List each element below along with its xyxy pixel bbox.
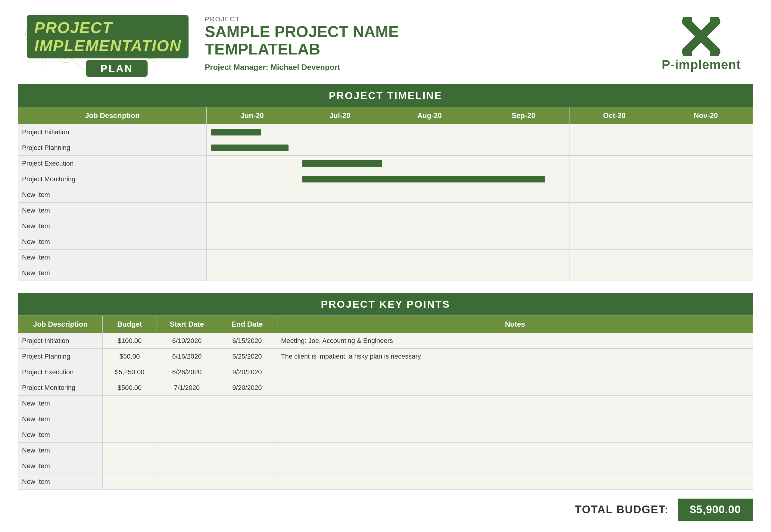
- gantt-cell: [382, 156, 477, 171]
- gantt-cell: [659, 265, 753, 281]
- gantt-cell: [570, 265, 659, 281]
- keypoints-row: Project Initiation$100.006/10/20206/15/2…: [18, 333, 753, 349]
- gantt-cell: [659, 124, 753, 140]
- gantt-cell: [477, 265, 570, 281]
- gantt-cell: [298, 265, 382, 281]
- kp-data-cell: [157, 396, 217, 411]
- gantt-cell: [659, 171, 753, 187]
- budget-value: $5,900.00: [678, 499, 753, 521]
- gantt-cell: [659, 218, 753, 234]
- gantt-cell: [477, 234, 570, 250]
- keypoints-row: New Item: [18, 411, 753, 427]
- keypoints-row: New Item: [18, 427, 753, 443]
- gantt-cell: [659, 203, 753, 218]
- kp-job-cell: Project Initiation: [18, 333, 103, 349]
- gantt-cell: [206, 203, 298, 218]
- kp-job-cell: New Item: [18, 443, 103, 458]
- logo-text-block: PROJECT IMPLEMENTATION PLAN: [27, 15, 188, 77]
- kp-data-cell: [157, 411, 217, 427]
- kp-data-cell: 6/15/2020: [217, 333, 277, 349]
- gantt-cell: [206, 265, 298, 281]
- kp-job-cell: Project Execution: [18, 364, 103, 380]
- page-header: PROJECT IMPLEMENTATION PLAN PROJECT: SAM…: [18, 12, 753, 75]
- gantt-cell: [477, 250, 570, 265]
- kp-data-cell: 6/16/2020: [157, 349, 217, 364]
- gantt-cell: [477, 218, 570, 234]
- gantt-cell: [382, 203, 477, 218]
- gantt-cell: [659, 156, 753, 171]
- timeline-job-cell: Project Monitoring: [18, 171, 207, 187]
- project-name-line1: SAMPLE PROJECT NAME: [205, 23, 650, 40]
- gantt-cell: [570, 156, 659, 171]
- project-name-line2: TEMPLATELAB: [205, 41, 650, 58]
- gantt-cell: [298, 124, 382, 140]
- project-info: PROJECT: SAMPLE PROJECT NAME TEMPLATELAB…: [187, 15, 650, 72]
- kp-notes-cell: The client is impatient, a risky plan is…: [277, 349, 753, 364]
- manager-name: Michael Devenport: [270, 63, 340, 72]
- kp-data-cell: [103, 474, 157, 490]
- kp-notes-cell: [277, 364, 753, 380]
- timeline-col-job-header: Job Description: [18, 107, 207, 124]
- kp-notes-cell: [277, 396, 753, 411]
- kp-data-cell: [217, 411, 277, 427]
- timeline-col-oct: Oct-20: [570, 107, 659, 124]
- kp-notes-cell: [277, 474, 753, 490]
- timeline-row: Project Execution: [18, 156, 753, 171]
- gantt-cell: [382, 265, 477, 281]
- kp-notes-cell: [277, 458, 753, 474]
- gantt-cell: [659, 234, 753, 250]
- gantt-cell: [298, 187, 382, 203]
- kp-job-cell: Project Monitoring: [18, 380, 103, 396]
- gantt-cell: [570, 187, 659, 203]
- gantt-cell: [570, 140, 659, 156]
- timeline-col-aug: Aug-20: [382, 107, 477, 124]
- kp-col-job-header: Job Description: [18, 316, 103, 333]
- keypoints-section: PROJECT KEY POINTS Job Description Budge…: [18, 293, 753, 490]
- gantt-cell: [570, 124, 659, 140]
- timeline-section: PROJECT TIMELINE Job Description Jun-20 …: [18, 84, 753, 281]
- kp-notes-cell: [277, 427, 753, 443]
- gantt-cell: [206, 140, 298, 156]
- svg-rect-18: [683, 17, 692, 23]
- gantt-cell: [570, 203, 659, 218]
- kp-data-cell: [217, 396, 277, 411]
- logo-section: PROJECT IMPLEMENTATION PLAN: [18, 12, 175, 75]
- logo-main-title: PROJECT IMPLEMENTATION: [27, 15, 188, 58]
- kp-data-cell: 7/1/2020: [157, 380, 217, 396]
- timeline-row: New Item: [18, 250, 753, 265]
- timeline-row: New Item: [18, 187, 753, 203]
- kp-data-cell: $5,250.00: [103, 364, 157, 380]
- kp-notes-cell: Meeting: Joe, Accounting & Engineers: [277, 333, 753, 349]
- timeline-row: Project Planning: [18, 140, 753, 156]
- kp-data-cell: [103, 443, 157, 458]
- timeline-section-header: PROJECT TIMELINE: [18, 84, 753, 107]
- gantt-cell: [206, 234, 298, 250]
- kp-data-cell: $500.00: [103, 380, 157, 396]
- kp-data-cell: [103, 396, 157, 411]
- keypoints-row: New Item: [18, 474, 753, 490]
- gantt-cell: [206, 250, 298, 265]
- gantt-cell: [659, 187, 753, 203]
- timeline-job-cell: New Item: [18, 234, 207, 250]
- keypoints-section-header: PROJECT KEY POINTS: [18, 293, 753, 316]
- kp-data-cell: [103, 427, 157, 443]
- svg-rect-21: [710, 49, 719, 56]
- gantt-cell: [206, 171, 298, 187]
- timeline-job-cell: New Item: [18, 250, 207, 265]
- timeline-col-sep: Sep-20: [477, 107, 570, 124]
- gantt-cell: [206, 124, 298, 140]
- kp-data-cell: [217, 458, 277, 474]
- logo-sub-title: PLAN: [86, 60, 148, 77]
- gantt-cell: [298, 218, 382, 234]
- kp-data-cell: [217, 443, 277, 458]
- gantt-cell: [659, 250, 753, 265]
- gantt-cell: [298, 250, 382, 265]
- kp-data-cell: 6/25/2020: [217, 349, 277, 364]
- kp-data-cell: [103, 411, 157, 427]
- kp-data-cell: [217, 474, 277, 490]
- timeline-job-cell: New Item: [18, 265, 207, 281]
- timeline-row: New Item: [18, 234, 753, 250]
- kp-data-cell: 9/20/2020: [217, 364, 277, 380]
- kp-job-cell: New Item: [18, 458, 103, 474]
- gantt-cell: [570, 218, 659, 234]
